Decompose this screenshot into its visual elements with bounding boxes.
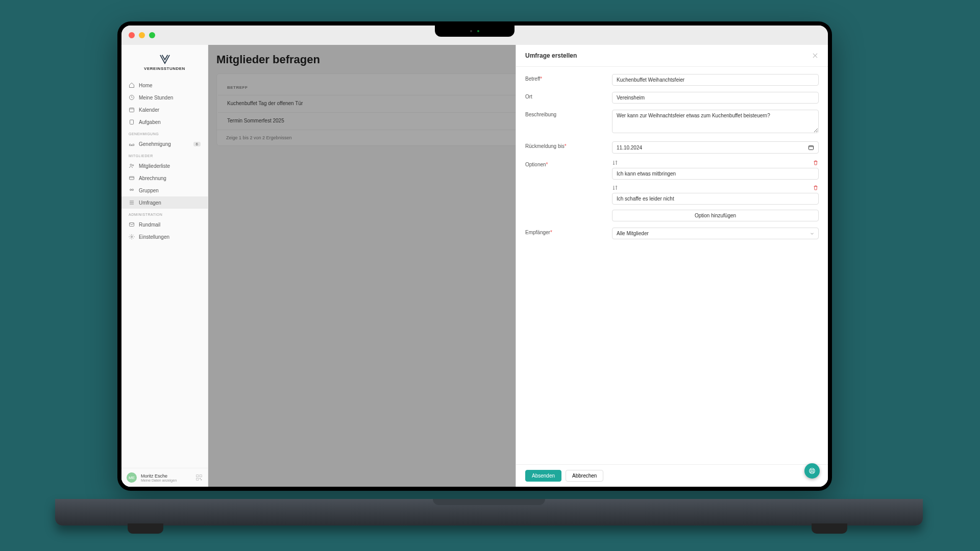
calendar-icon	[808, 144, 814, 151]
qr-icon[interactable]	[195, 474, 203, 481]
sidebar-item-einstellungen[interactable]: Einstellungen	[121, 231, 208, 243]
sidebar-item-aufgaben[interactable]: Aufgaben	[121, 116, 208, 128]
svg-rect-5	[130, 177, 134, 180]
clock-icon	[129, 94, 135, 101]
list-icon	[129, 199, 135, 206]
screen: VEREINSSTUNDEN Home Meine Stunden Kalend…	[121, 26, 828, 487]
laptop-frame: VEREINSSTUNDEN Home Meine Stunden Kalend…	[117, 21, 832, 491]
sidebar-section-administration: ADMINISTRATION	[121, 209, 208, 218]
option-input-1[interactable]	[612, 168, 819, 180]
label-ort: Ort	[525, 92, 612, 104]
ort-input[interactable]	[612, 92, 819, 104]
sidebar-item-umfragen[interactable]: Umfragen	[121, 196, 208, 209]
sidebar-item-abrechnung[interactable]: Abrechnung	[121, 172, 208, 184]
svg-rect-13	[200, 478, 201, 479]
user-name: Moritz Esche	[141, 473, 191, 479]
svg-point-6	[130, 189, 132, 191]
clipboard-icon	[129, 119, 135, 125]
window-close-button[interactable]	[129, 32, 135, 38]
sort-icon[interactable]	[612, 185, 618, 191]
chevron-down-icon	[810, 231, 815, 236]
svg-rect-1	[130, 108, 134, 112]
date-value: 11.10.2024	[617, 145, 642, 151]
sidebar-item-home[interactable]: Home	[121, 79, 208, 91]
sidebar-item-label: Rundmail	[139, 222, 160, 228]
submit-button[interactable]: Absenden	[525, 470, 561, 482]
label-beschreibung: Beschreibung	[525, 110, 612, 135]
sidebar-item-meine-stunden[interactable]: Meine Stunden	[121, 91, 208, 104]
sidebar-item-label: Kalender	[139, 107, 159, 113]
label-betreff: Betreff*	[525, 74, 612, 86]
sort-icon[interactable]	[612, 160, 618, 166]
help-fab[interactable]	[804, 463, 820, 479]
inbox-icon	[129, 141, 135, 147]
window-minimize-button[interactable]	[139, 32, 145, 38]
sidebar-item-label: Genehmigung	[139, 141, 171, 147]
lifering-icon	[808, 467, 816, 474]
close-icon[interactable]	[812, 52, 819, 59]
gear-icon	[129, 234, 135, 240]
sidebar-item-rundmail[interactable]: Rundmail	[121, 218, 208, 231]
sidebar-item-label: Mitgliederliste	[139, 163, 170, 169]
svg-point-3	[130, 164, 132, 166]
avatar: ME	[127, 472, 137, 483]
laptop-base	[55, 499, 923, 525]
cancel-button[interactable]: Abbrechen	[566, 470, 603, 482]
svg-rect-11	[200, 475, 202, 477]
sidebar-item-label: Home	[139, 83, 153, 88]
label-empfaenger: Empfänger*	[525, 228, 612, 239]
svg-point-4	[132, 165, 134, 166]
svg-rect-12	[197, 478, 199, 480]
label-rueckmeldung: Rückmeldung bis*	[525, 141, 612, 154]
create-survey-drawer: Umfrage erstellen Betreff* Ort Beschreib…	[516, 45, 828, 487]
option-input-2[interactable]	[612, 193, 819, 205]
sidebar-item-mitgliederliste[interactable]: Mitgliederliste	[121, 160, 208, 172]
svg-rect-15	[809, 146, 814, 150]
logo-icon	[159, 54, 170, 64]
home-icon	[129, 82, 135, 88]
sidebar-item-label: Meine Stunden	[139, 95, 173, 101]
calendar-icon	[129, 107, 135, 113]
empfaenger-select[interactable]: Alle Mitglieder	[612, 228, 819, 239]
sidebar-section-genehmigung: GENEHMIGUNG	[121, 128, 208, 138]
user-subtitle: Meine Daten anzeigen	[141, 479, 191, 482]
sidebar-item-gruppen[interactable]: Gruppen	[121, 184, 208, 196]
betreff-input[interactable]	[612, 74, 819, 86]
sidebar-item-label: Gruppen	[139, 188, 159, 193]
svg-point-7	[132, 189, 134, 191]
laptop-foot	[812, 523, 847, 534]
svg-rect-14	[201, 480, 202, 481]
laptop-notch	[435, 26, 514, 37]
users-icon	[129, 163, 135, 169]
window-maximize-button[interactable]	[149, 32, 155, 38]
sidebar-item-label: Aufgaben	[139, 119, 161, 125]
user-footer[interactable]: ME Moritz Esche Meine Daten anzeigen	[121, 468, 208, 487]
card-icon	[129, 175, 135, 181]
sidebar-item-label: Abrechnung	[139, 176, 166, 181]
sidebar-item-label: Umfragen	[139, 200, 161, 206]
trash-icon[interactable]	[813, 185, 819, 191]
sidebar-section-mitglieder: MITGLIEDER	[121, 150, 208, 160]
sidebar-item-kalender[interactable]: Kalender	[121, 104, 208, 116]
svg-rect-2	[130, 120, 134, 124]
rueckmeldung-date-input[interactable]: 11.10.2024	[612, 141, 819, 154]
svg-point-9	[131, 236, 133, 238]
drawer-title: Umfrage erstellen	[525, 52, 577, 59]
logo: VEREINSSTUNDEN	[121, 45, 208, 76]
laptop-foot	[128, 523, 163, 534]
beschreibung-textarea[interactable]	[612, 110, 819, 133]
label-optionen: Optionen*	[525, 160, 612, 221]
mail-icon	[129, 221, 135, 228]
svg-point-17	[811, 470, 814, 472]
add-option-button[interactable]: Option hinzufügen	[612, 210, 819, 221]
trash-icon[interactable]	[813, 160, 819, 166]
sidebar-item-label: Einstellungen	[139, 234, 169, 240]
svg-rect-10	[197, 475, 199, 477]
logo-text: VEREINSSTUNDEN	[121, 66, 208, 71]
sidebar-item-genehmigung[interactable]: Genehmigung 6	[121, 138, 208, 150]
group-icon	[129, 187, 135, 193]
genehmigung-badge: 6	[193, 142, 201, 146]
sidebar: VEREINSSTUNDEN Home Meine Stunden Kalend…	[121, 45, 208, 487]
